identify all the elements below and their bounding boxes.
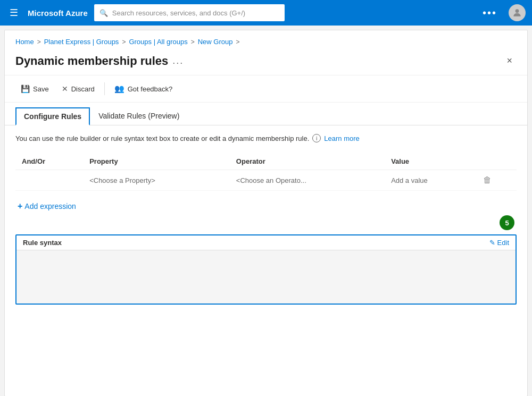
edit-label: Edit	[497, 239, 509, 247]
page-options-icon[interactable]: ...	[172, 55, 184, 66]
breadcrumb-sep-3: >	[191, 38, 195, 46]
cell-property[interactable]: <Choose a Property>	[83, 170, 230, 191]
edit-button[interactable]: ✎ Edit	[489, 239, 509, 247]
col-header-value: Value	[385, 153, 477, 170]
info-description: You can use the rule builder or rule syn…	[15, 134, 309, 142]
rule-syntax-header: Rule syntax ✎ Edit	[16, 235, 516, 250]
rule-syntax-section: Rule syntax ✎ Edit	[15, 234, 517, 305]
rule-syntax-label: Rule syntax	[23, 239, 62, 247]
menu-icon[interactable]: ☰	[6, 4, 21, 22]
col-header-operator: Operator	[230, 153, 385, 170]
breadcrumb-sep-1: >	[37, 38, 41, 46]
badge-container: 5	[15, 215, 517, 230]
user-avatar[interactable]	[509, 4, 526, 21]
add-expression-label: Add expression	[24, 202, 76, 210]
add-expression-button[interactable]: + Add expression	[15, 197, 78, 215]
edit-pencil-icon: ✎	[489, 239, 495, 247]
add-expression-plus: +	[18, 201, 22, 211]
breadcrumb-sep-4: >	[236, 38, 239, 46]
breadcrumb: Home > Planet Express | Groups > Groups …	[5, 30, 527, 51]
feedback-button[interactable]: 👥 Got feedback?	[109, 81, 178, 97]
close-button[interactable]: ×	[502, 53, 517, 69]
discard-label: Discard	[71, 85, 95, 93]
main-panel: Home > Planet Express | Groups > Groups …	[4, 30, 528, 396]
breadcrumb-all-groups[interactable]: Groups | All groups	[129, 38, 187, 46]
tab-configure-rules[interactable]: Configure Rules	[15, 107, 90, 125]
discard-icon: ✕	[62, 85, 68, 93]
table-row: <Choose a Property> <Choose an Operato..…	[15, 170, 517, 191]
discard-button[interactable]: ✕ Discard	[56, 81, 100, 96]
toolbar: 💾 Save ✕ Discard 👥 Got feedback?	[5, 75, 527, 103]
rule-syntax-body	[16, 250, 516, 304]
page-title: Dynamic membership rules	[15, 54, 168, 68]
cell-operator[interactable]: <Choose an Operato...	[230, 170, 385, 191]
save-label: Save	[33, 85, 49, 93]
breadcrumb-sep-2: >	[122, 38, 126, 46]
tab-validate-rules[interactable]: Validate Rules (Preview)	[90, 107, 188, 125]
col-header-and-or: And/Or	[15, 153, 83, 170]
cell-and-or	[15, 170, 83, 191]
tabs-area: Configure Rules Validate Rules (Preview)	[5, 107, 527, 125]
svg-point-0	[516, 9, 519, 13]
delete-icon[interactable]: 🗑	[483, 175, 492, 184]
save-button[interactable]: 💾 Save	[15, 81, 54, 96]
search-icon: 🔍	[99, 9, 108, 17]
info-text-row: You can use the rule builder or rule syn…	[15, 134, 517, 142]
status-badge: 5	[500, 215, 514, 230]
breadcrumb-new-group[interactable]: New Group	[198, 38, 233, 46]
col-header-property: Property	[83, 153, 230, 170]
toolbar-divider	[104, 82, 105, 95]
feedback-label: Got feedback?	[128, 85, 173, 93]
breadcrumb-home[interactable]: Home	[15, 38, 34, 46]
rule-table: And/Or Property Operator Value <Choose a…	[15, 153, 517, 191]
search-box[interactable]: 🔍 Search resources, services, and docs (…	[94, 4, 285, 21]
more-options-icon[interactable]: •••	[477, 4, 502, 22]
search-placeholder: Search resources, services, and docs (G+…	[112, 9, 245, 17]
app-title: Microsoft Azure	[28, 9, 88, 18]
info-icon: i	[312, 134, 321, 142]
learn-more-link[interactable]: Learn more	[324, 134, 359, 142]
col-header-actions	[477, 153, 517, 170]
save-icon: 💾	[21, 85, 30, 93]
cell-delete[interactable]: 🗑	[477, 170, 517, 191]
page-header: Dynamic membership rules ... ×	[5, 51, 527, 75]
cell-value[interactable]: Add a value	[385, 170, 477, 191]
feedback-icon: 👥	[114, 84, 124, 94]
content-area: You can use the rule builder or rule syn…	[5, 125, 527, 313]
breadcrumb-planet-express[interactable]: Planet Express | Groups	[44, 38, 119, 46]
topbar: ☰ Microsoft Azure 🔍 Search resources, se…	[0, 0, 532, 26]
